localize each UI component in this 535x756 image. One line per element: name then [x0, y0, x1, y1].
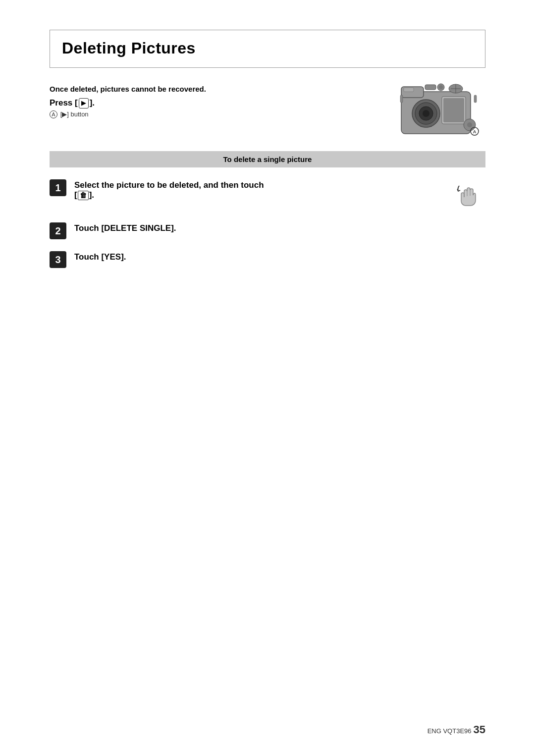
press-line: Press [▶]. — [50, 98, 386, 108]
svg-point-15 — [467, 122, 472, 127]
label-a: A — [50, 110, 57, 118]
warning-text: Once deleted, pictures cannot be recover… — [50, 85, 386, 93]
camera-illustration: A — [396, 78, 485, 142]
section-box: Deleting Pictures — [50, 30, 485, 68]
press-label: Press [ — [50, 98, 78, 108]
step2-row: 2 Touch [DELETE SINGLE]. — [50, 221, 485, 239]
step2-number: 2 — [50, 222, 66, 239]
trash-icon: 🗑 — [78, 191, 89, 200]
page-number: 35 — [474, 723, 485, 736]
step1-text-part1: Select the picture to be deleted, and th… — [74, 180, 264, 190]
svg-rect-7 — [443, 98, 464, 122]
svg-rect-20 — [474, 95, 477, 103]
step1-content: Select the picture to be deleted, and th… — [74, 178, 446, 200]
page-footer: ENG VQT3E96 35 — [428, 723, 485, 736]
page-container: Deleting Pictures Once deleted, pictures… — [0, 0, 535, 756]
footer-code: ENG VQT3E96 — [428, 727, 472, 735]
svg-text:A: A — [473, 129, 477, 134]
step1-icon-area — [446, 178, 485, 211]
touch-hand-icon — [453, 178, 485, 211]
svg-rect-8 — [425, 85, 436, 90]
svg-point-5 — [423, 110, 429, 117]
step3-number: 3 — [50, 251, 66, 268]
step3-content: Touch [YES]. — [74, 250, 485, 262]
svg-point-10 — [439, 85, 443, 89]
step1-row: 1 Select the picture to be deleted, and … — [50, 178, 485, 211]
step2-content: Touch [DELETE SINGLE]. — [74, 221, 485, 233]
gray-bar: To delete a single picture — [50, 151, 485, 167]
step1-bracket-open: [ — [74, 190, 77, 200]
button-caption: [▶] button — [60, 110, 89, 118]
press-end: ]. — [90, 98, 95, 108]
section-title: Deleting Pictures — [62, 39, 473, 57]
intro-area: Once deleted, pictures cannot be recover… — [50, 78, 485, 142]
step1-bracket-close: ]. — [89, 190, 94, 200]
step3-row: 3 Touch [YES]. — [50, 250, 485, 268]
play-button-symbol: ▶ — [79, 98, 89, 108]
intro-text: Once deleted, pictures cannot be recover… — [50, 78, 386, 118]
sub-caption: A [▶] button — [50, 110, 386, 119]
camera-svg: A — [396, 78, 481, 140]
svg-rect-19 — [400, 95, 403, 103]
svg-rect-18 — [404, 88, 414, 92]
step1-number: 1 — [50, 179, 66, 196]
